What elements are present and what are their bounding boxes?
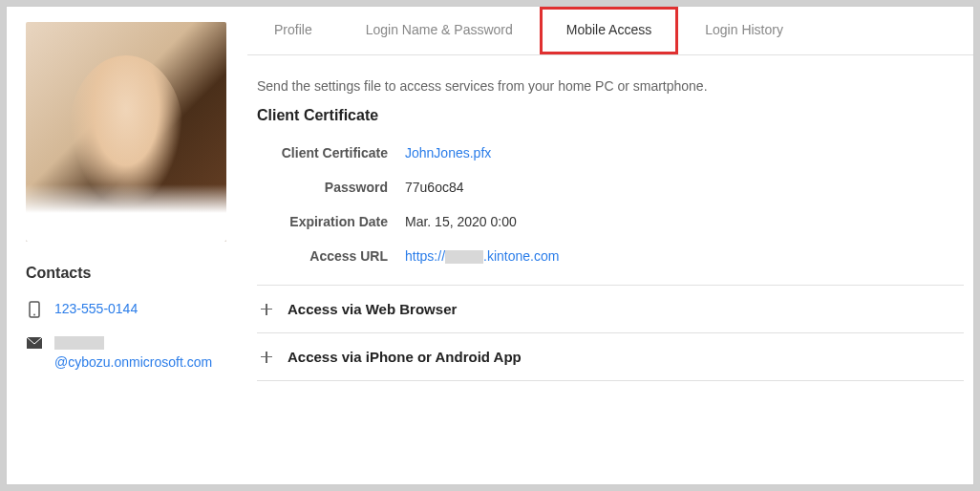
field-label-password: Password (257, 180, 405, 195)
contact-email-row: @cybozu.onmicrosoft.com (26, 332, 228, 373)
tab-mobile-access[interactable]: Mobile Access (540, 7, 678, 54)
content: Send the settings file to access service… (247, 55, 973, 400)
field-password: Password 77u6oc84 (257, 170, 964, 204)
accordion-title-web: Access via Web Browser (288, 301, 457, 317)
plus-icon (259, 350, 274, 365)
accordion-web-browser[interactable]: Access via Web Browser (257, 286, 964, 333)
accordion: Access via Web Browser Access via iPhone… (257, 285, 964, 381)
url-suffix: .kintone.com (483, 248, 559, 264)
client-certificate-link[interactable]: JohnJones.pfx (405, 145, 491, 160)
field-client-certificate: Client Certificate JohnJones.pfx (257, 136, 964, 170)
sidebar: Contacts 123-555-0144 @cybozu.onmicrosof… (7, 7, 247, 484)
tab-login-history[interactable]: Login History (678, 7, 810, 54)
plus-icon (259, 302, 274, 317)
contact-email-link[interactable]: @cybozu.onmicrosoft.com (54, 332, 228, 373)
field-value-password: 77u6oc84 (405, 180, 464, 195)
email-suffix: @cybozu.onmicrosoft.com (54, 354, 212, 370)
field-list: Client Certificate JohnJones.pfx Passwor… (257, 136, 964, 273)
tabs: Profile Login Name & Password Mobile Acc… (247, 7, 973, 55)
contacts-heading: Contacts (26, 265, 228, 282)
main: Profile Login Name & Password Mobile Acc… (247, 7, 973, 484)
page-container: Contacts 123-555-0144 @cybozu.onmicrosof… (6, 6, 974, 485)
section-title: Client Certificate (257, 107, 964, 124)
url-redacted (445, 250, 483, 264)
contact-phone-link[interactable]: 123-555-0144 (54, 299, 138, 319)
accordion-title-app: Access via iPhone or Android App (288, 349, 522, 365)
field-label-cert: Client Certificate (257, 145, 405, 160)
phone-icon (26, 301, 43, 318)
field-access-url: Access URL https://.kintone.com (257, 239, 964, 273)
field-label-url: Access URL (257, 248, 405, 264)
avatar (26, 22, 226, 242)
access-url-link[interactable]: https://.kintone.com (405, 248, 559, 264)
email-icon (26, 334, 43, 352)
field-value-expiration: Mar. 15, 2020 0:00 (405, 214, 517, 229)
contact-phone-row: 123-555-0144 (26, 299, 228, 319)
url-prefix: https:// (405, 248, 445, 264)
tab-login-name-password[interactable]: Login Name & Password (339, 7, 540, 54)
email-redacted (54, 336, 104, 350)
tab-profile[interactable]: Profile (247, 7, 339, 54)
field-label-expiration: Expiration Date (257, 214, 405, 229)
svg-point-1 (33, 314, 35, 316)
description: Send the settings file to access service… (257, 78, 964, 94)
field-expiration: Expiration Date Mar. 15, 2020 0:00 (257, 204, 964, 239)
accordion-mobile-app[interactable]: Access via iPhone or Android App (257, 333, 964, 381)
